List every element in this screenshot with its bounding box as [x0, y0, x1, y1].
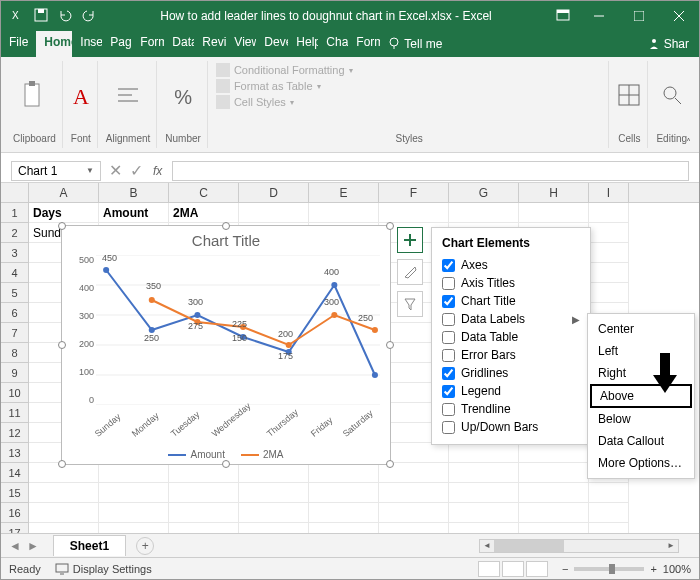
tab-view[interactable]: View: [226, 31, 256, 57]
tell-me[interactable]: Tell me: [380, 31, 450, 57]
cell[interactable]: [589, 243, 629, 263]
formula-input[interactable]: [172, 161, 689, 181]
sheet-nav-next-icon[interactable]: ►: [27, 539, 39, 553]
minimize-button[interactable]: [579, 1, 619, 31]
tab-format[interactable]: Form: [348, 31, 380, 57]
cell[interactable]: [379, 503, 449, 523]
chart-element-axis-titles[interactable]: Axis Titles: [442, 274, 580, 292]
chart-element-legend[interactable]: Legend: [442, 382, 580, 400]
zoom-slider[interactable]: [574, 567, 644, 571]
cell[interactable]: [589, 503, 629, 523]
row-header[interactable]: 4: [1, 263, 29, 283]
col-header[interactable]: E: [309, 183, 379, 202]
cell[interactable]: [449, 483, 519, 503]
add-sheet-button[interactable]: +: [136, 537, 154, 555]
tab-file[interactable]: File: [1, 31, 36, 57]
zoom-value[interactable]: 100%: [663, 563, 691, 575]
chart-filters-button[interactable]: [397, 291, 423, 317]
col-header[interactable]: I: [589, 183, 629, 202]
cell[interactable]: [589, 203, 629, 223]
name-box[interactable]: Chart 1 ▼: [11, 161, 101, 181]
chart-element-trendline[interactable]: Trendline: [442, 400, 580, 418]
cell[interactable]: [449, 203, 519, 223]
cell[interactable]: [309, 503, 379, 523]
cell[interactable]: [519, 203, 589, 223]
tab-insert[interactable]: Insert: [72, 31, 102, 57]
cell[interactable]: [239, 203, 309, 223]
row-header[interactable]: 10: [1, 383, 29, 403]
row-header[interactable]: 15: [1, 483, 29, 503]
tab-home[interactable]: Home: [36, 31, 72, 57]
submenu-data-callout[interactable]: Data Callout: [588, 430, 694, 452]
cell[interactable]: [169, 503, 239, 523]
col-header[interactable]: F: [379, 183, 449, 202]
checkbox[interactable]: [442, 403, 455, 416]
row-header[interactable]: 14: [1, 463, 29, 483]
horizontal-scrollbar[interactable]: ◄ ►: [479, 539, 679, 553]
cell[interactable]: [449, 443, 519, 463]
row-header[interactable]: 7: [1, 323, 29, 343]
cell[interactable]: [29, 483, 99, 503]
checkbox[interactable]: [442, 313, 455, 326]
select-all-corner[interactable]: [1, 183, 29, 202]
cell[interactable]: [309, 483, 379, 503]
cell[interactable]: [519, 503, 589, 523]
checkbox[interactable]: [442, 331, 455, 344]
fn-enter-icon[interactable]: ✓: [130, 161, 143, 180]
cell[interactable]: [589, 283, 629, 303]
cell[interactable]: 2MA: [169, 203, 239, 223]
cells-icon[interactable]: [617, 83, 641, 111]
sheet-nav-prev-icon[interactable]: ◄: [9, 539, 21, 553]
cell[interactable]: [449, 463, 519, 483]
row-header[interactable]: 11: [1, 403, 29, 423]
scroll-left-icon[interactable]: ◄: [480, 540, 494, 552]
font-icon[interactable]: A: [73, 84, 89, 110]
chart-element-data-labels[interactable]: Data Labels▶: [442, 310, 580, 328]
col-header[interactable]: G: [449, 183, 519, 202]
chart-object[interactable]: Chart Title 500 400 300 200 100 0 450 35…: [61, 225, 391, 465]
chart-element-chart-title[interactable]: Chart Title: [442, 292, 580, 310]
cell[interactable]: [169, 483, 239, 503]
paste-icon[interactable]: [21, 80, 47, 114]
cell[interactable]: [519, 463, 589, 483]
row-header[interactable]: 3: [1, 243, 29, 263]
chevron-down-icon[interactable]: ▼: [86, 166, 94, 175]
cell[interactable]: [29, 503, 99, 523]
row-header[interactable]: 13: [1, 443, 29, 463]
close-button[interactable]: [659, 1, 699, 31]
tab-data[interactable]: Data: [164, 31, 194, 57]
chart-element-data-table[interactable]: Data Table: [442, 328, 580, 346]
tab-review[interactable]: Revie: [194, 31, 226, 57]
redo-icon[interactable]: [81, 7, 97, 26]
col-header[interactable]: A: [29, 183, 99, 202]
col-header[interactable]: C: [169, 183, 239, 202]
collapse-ribbon-icon[interactable]: ˄: [686, 137, 691, 148]
submenu-below[interactable]: Below: [588, 408, 694, 430]
cell-styles[interactable]: Cell Styles ▾: [216, 95, 353, 109]
display-settings[interactable]: Display Settings: [55, 563, 152, 575]
zoom-in-icon[interactable]: +: [650, 563, 656, 575]
view-page-break[interactable]: [526, 561, 548, 577]
cell[interactable]: Days: [29, 203, 99, 223]
chart-styles-button[interactable]: [397, 259, 423, 285]
zoom-out-icon[interactable]: −: [562, 563, 568, 575]
row-header[interactable]: 1: [1, 203, 29, 223]
tab-formulas[interactable]: Form: [132, 31, 164, 57]
cell[interactable]: [99, 463, 169, 483]
col-header[interactable]: H: [519, 183, 589, 202]
cell[interactable]: [239, 483, 309, 503]
row-header[interactable]: 2: [1, 223, 29, 243]
fx-label[interactable]: fx: [143, 164, 172, 178]
row-header[interactable]: 9: [1, 363, 29, 383]
checkbox[interactable]: [442, 367, 455, 380]
chart-plot-area[interactable]: 500 400 300 200 100 0 450 350 250 300 27…: [96, 255, 380, 405]
chart-element-up-down-bars[interactable]: Up/Down Bars: [442, 418, 580, 436]
sheet-tab[interactable]: Sheet1: [53, 535, 126, 556]
undo-icon[interactable]: [57, 7, 73, 26]
cell[interactable]: [309, 463, 379, 483]
tab-chart[interactable]: Char: [318, 31, 348, 57]
cell[interactable]: [519, 443, 589, 463]
chart-element-error-bars[interactable]: Error Bars: [442, 346, 580, 364]
cell[interactable]: [99, 483, 169, 503]
cell[interactable]: [309, 203, 379, 223]
